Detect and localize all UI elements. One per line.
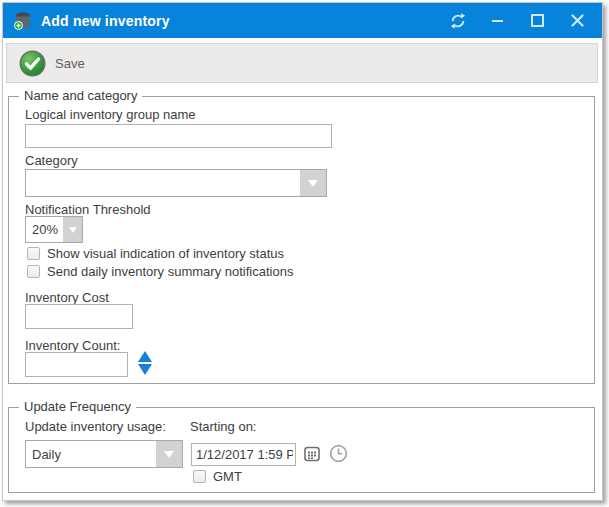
add-inventory-icon xyxy=(13,11,33,30)
gmt-label: GMT xyxy=(213,469,242,484)
screen: Add new inventory xyxy=(0,0,609,507)
threshold-label: Notification Threshold xyxy=(25,202,151,217)
titlebar: Add new inventory xyxy=(3,3,602,38)
chevron-down-icon xyxy=(308,180,318,187)
visual-indication-checkbox[interactable]: Show visual indication of inventory stat… xyxy=(27,246,284,261)
calendar-icon[interactable] xyxy=(303,443,321,463)
checkbox-box[interactable] xyxy=(27,247,40,260)
daily-summary-label: Send daily inventory summary notificatio… xyxy=(47,264,293,279)
window-controls xyxy=(449,12,592,29)
inventory-cost-label: Inventory Cost xyxy=(25,290,109,305)
starting-on-label: Starting on: xyxy=(190,419,257,434)
inventory-cost-input[interactable] xyxy=(25,304,133,329)
starting-on-input[interactable] xyxy=(191,443,296,466)
category-dropdown[interactable] xyxy=(25,169,327,197)
inventory-count-input[interactable] xyxy=(25,352,128,377)
checkbox-box[interactable] xyxy=(27,265,40,278)
maximize-icon[interactable] xyxy=(529,12,546,29)
minimize-icon[interactable] xyxy=(489,12,506,29)
spin-up-icon[interactable] xyxy=(138,351,152,362)
toolbar: Save xyxy=(6,43,598,83)
threshold-dropdown-value: 20% xyxy=(26,217,63,242)
category-dropdown-button[interactable] xyxy=(300,170,326,196)
visual-indication-label: Show visual indication of inventory stat… xyxy=(47,246,284,261)
spin-down-icon[interactable] xyxy=(138,364,152,375)
category-label: Category xyxy=(25,153,78,168)
save-button-label: Save xyxy=(55,56,85,71)
inventory-count-stepper[interactable] xyxy=(138,351,152,375)
name-and-category-legend: Name and category xyxy=(19,88,142,103)
update-usage-label: Update inventory usage: xyxy=(25,419,166,434)
name-and-category-group: Name and category Logical inventory grou… xyxy=(8,96,595,384)
logical-name-label: Logical inventory group name xyxy=(25,107,196,122)
save-check-icon xyxy=(19,50,46,77)
threshold-dropdown-button[interactable] xyxy=(63,217,82,242)
refresh-icon[interactable] xyxy=(449,12,466,29)
update-frequency-legend: Update Frequency xyxy=(19,399,136,414)
threshold-dropdown[interactable]: 20% xyxy=(25,216,83,243)
save-button[interactable]: Save xyxy=(17,48,95,79)
window-title: Add new inventory xyxy=(41,13,170,29)
update-usage-dropdown-button[interactable] xyxy=(156,441,182,467)
checkbox-box[interactable] xyxy=(193,470,206,483)
update-usage-dropdown-value: Daily xyxy=(26,441,156,467)
chevron-down-icon xyxy=(164,451,174,458)
add-inventory-window: Add new inventory xyxy=(2,2,603,501)
close-icon[interactable] xyxy=(569,12,586,29)
gmt-checkbox[interactable]: GMT xyxy=(193,469,242,484)
chevron-down-icon xyxy=(69,227,77,233)
clock-icon[interactable] xyxy=(329,444,348,463)
category-dropdown-value xyxy=(26,170,300,196)
update-frequency-group: Update Frequency Update inventory usage:… xyxy=(8,407,595,493)
daily-summary-checkbox[interactable]: Send daily inventory summary notificatio… xyxy=(27,264,293,279)
update-usage-dropdown[interactable]: Daily xyxy=(25,440,183,468)
logical-name-input[interactable] xyxy=(25,124,332,148)
inventory-count-label: Inventory Count: xyxy=(25,338,120,353)
